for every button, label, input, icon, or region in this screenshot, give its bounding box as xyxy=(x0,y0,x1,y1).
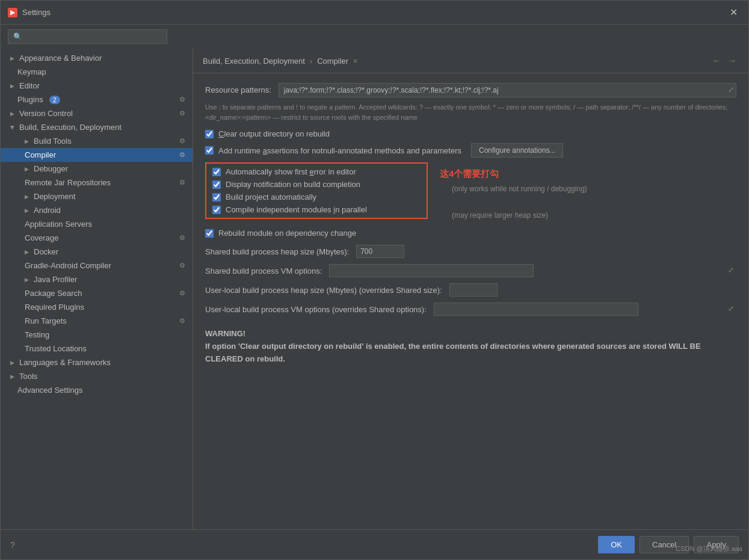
resource-patterns-input[interactable] xyxy=(279,83,736,97)
sidebar-label: Application Servers xyxy=(25,220,92,229)
sidebar-label: Appearance & Behavior xyxy=(19,54,102,63)
sidebar-item-docker[interactable]: ▶ Docker xyxy=(1,245,193,259)
triangle-icon: ▶ xyxy=(25,208,29,214)
sidebar-item-gradle-android[interactable]: Gradle-Android Compiler ⚙ xyxy=(1,259,193,272)
clear-output-checkbox[interactable] xyxy=(205,130,214,138)
sidebar-item-debugger[interactable]: ▶ Debugger xyxy=(1,162,193,176)
sidebar-item-deployment[interactable]: ▶ Deployment xyxy=(1,189,193,203)
sidebar-label: Android xyxy=(34,206,61,215)
user-vm-options-row: User-local build process VM options (ove… xyxy=(205,303,736,316)
expand-icon[interactable]: ⤢ xyxy=(728,85,734,94)
triangle-icon: ▶ xyxy=(10,83,14,89)
sidebar-item-run-targets[interactable]: Run Targets ⚙ xyxy=(1,314,193,328)
sidebar-item-compiler[interactable]: Compiler ⚙ xyxy=(1,148,193,162)
sidebar: ▶ Appearance & Behavior Keymap ▶ Editor … xyxy=(1,49,193,529)
vm-options-input[interactable] xyxy=(329,264,534,277)
sidebar-label: Package Search xyxy=(25,289,82,298)
triangle-icon: ▶ xyxy=(10,125,16,129)
expand-vm-icon[interactable]: ⤢ xyxy=(728,266,734,274)
resource-input-wrap: ⤢ xyxy=(279,83,736,97)
gear-icon: ⚙ xyxy=(179,96,185,103)
search-input[interactable] xyxy=(8,29,167,44)
sidebar-item-keymap[interactable]: Keymap xyxy=(1,65,193,79)
hint-text: Use ; to separate patterns and ! to nega… xyxy=(205,102,736,122)
add-runtime-checkbox[interactable] xyxy=(205,146,214,155)
gear-icon: ⚙ xyxy=(179,234,185,242)
gear-icon: ⚙ xyxy=(179,151,185,159)
sidebar-label: Coverage xyxy=(25,233,58,242)
sidebar-item-android[interactable]: ▶ Android xyxy=(1,203,193,217)
sidebar-label: Run Targets xyxy=(25,316,67,325)
chinese-annotation: 这4个需要打勾 xyxy=(440,168,587,180)
nav-forward-button[interactable]: → xyxy=(726,55,739,67)
sidebar-item-package-search[interactable]: Package Search ⚙ xyxy=(1,286,193,300)
heap-size-input[interactable] xyxy=(356,245,404,258)
sidebar-label: Languages & Frameworks xyxy=(19,358,111,367)
show-first-error-label: Automatically show first error in editor xyxy=(226,167,356,176)
checkbox-compile-parallel: Compile independent modules in parallel xyxy=(212,205,421,214)
sidebar-item-appearance[interactable]: ▶ Appearance & Behavior xyxy=(1,51,193,65)
sidebar-item-build-execution[interactable]: ▶ Build, Execution, Deployment xyxy=(1,120,193,134)
triangle-icon: ▶ xyxy=(10,111,14,117)
user-heap-size-row: User-local build process heap size (Mbyt… xyxy=(205,283,736,297)
warning-title: WARNING! xyxy=(205,329,245,338)
expand-user-vm-icon[interactable]: ⤢ xyxy=(728,304,734,313)
user-heap-size-input[interactable] xyxy=(449,283,498,297)
sidebar-item-application-servers[interactable]: Application Servers xyxy=(1,217,193,231)
compile-parallel-label: Compile independent modules in parallel xyxy=(226,205,367,214)
bottom-bar: ? OK Cancel Apply xyxy=(1,529,748,559)
triangle-icon: ▶ xyxy=(10,360,14,366)
sidebar-item-languages[interactable]: ▶ Languages & Frameworks xyxy=(1,355,193,369)
sidebar-label: Build, Execution, Deployment xyxy=(19,123,122,132)
breadcrumb-menu-icon[interactable]: ≡ xyxy=(353,57,357,64)
user-vm-options-input[interactable] xyxy=(434,303,638,316)
title-bar: ▶ Settings ✕ xyxy=(1,1,748,25)
help-button[interactable]: ? xyxy=(10,540,15,550)
compile-parallel-checkbox[interactable] xyxy=(212,206,221,214)
sidebar-label: Version Control xyxy=(19,109,73,118)
right-panel: Build, Execution, Deployment › Compiler … xyxy=(193,49,748,529)
sidebar-item-advanced-settings[interactable]: Advanced Settings xyxy=(1,383,193,397)
highlight-box: Automatically show first error in editor… xyxy=(205,162,428,219)
rebuild-module-checkbox[interactable] xyxy=(205,229,214,238)
close-button[interactable]: ✕ xyxy=(726,5,741,19)
sidebar-item-tools[interactable]: ▶ Tools xyxy=(1,369,193,383)
resource-patterns-label: Resource patterns: xyxy=(205,83,271,94)
sidebar-item-trusted-locations[interactable]: Trusted Locations xyxy=(1,342,193,355)
gear-icon: ⚙ xyxy=(179,179,185,186)
sidebar-item-testing[interactable]: Testing xyxy=(1,328,193,342)
sidebar-label: Deployment xyxy=(34,192,75,201)
nav-back-button[interactable]: ← xyxy=(710,55,723,67)
sidebar-label: Advanced Settings xyxy=(17,386,82,395)
sidebar-item-required-plugins[interactable]: Required Plugins xyxy=(1,300,193,314)
settings-dialog: ▶ Settings ✕ ▶ Appearance & Behavior Key… xyxy=(0,0,749,560)
sidebar-item-remote-jar[interactable]: Remote Jar Repositories ⚙ xyxy=(1,176,193,189)
checkbox-clear-output: Clear output directory on rebuild xyxy=(205,129,736,138)
gear-icon: ⚙ xyxy=(179,317,185,325)
gear-icon: ⚙ xyxy=(179,262,185,269)
breadcrumb-bar: Build, Execution, Deployment › Compiler … xyxy=(193,49,748,73)
sidebar-label: Java Profiler xyxy=(34,275,77,284)
resource-patterns-row: Resource patterns: ⤢ xyxy=(205,83,736,97)
heap-size-row: Shared build process heap size (Mbytes): xyxy=(205,245,736,258)
ok-button[interactable]: OK xyxy=(598,536,635,553)
sidebar-item-version-control[interactable]: ▶ Version Control ⚙ xyxy=(1,106,193,120)
app-icon: ▶ xyxy=(8,8,17,17)
show-first-error-checkbox[interactable] xyxy=(212,168,221,176)
sidebar-item-coverage[interactable]: Coverage ⚙ xyxy=(1,231,193,245)
checkbox-notification: Display notification on build completion xyxy=(212,180,421,189)
sidebar-label: Keymap xyxy=(17,67,46,76)
vm-options-row: Shared build process VM options: ⤢ xyxy=(205,264,736,277)
rebuild-module-label: Rebuild module on dependency change xyxy=(218,229,356,238)
build-auto-checkbox[interactable] xyxy=(212,193,221,202)
sidebar-label: Debugger xyxy=(34,164,68,173)
sidebar-item-plugins[interactable]: Plugins 2 ⚙ xyxy=(1,93,193,106)
sidebar-item-build-tools[interactable]: ▶ Build Tools ⚙ xyxy=(1,134,193,148)
sidebar-item-editor[interactable]: ▶ Editor xyxy=(1,79,193,93)
compile-parallel-note: (may require larger heap size) xyxy=(452,211,587,220)
configure-annotations-button[interactable]: Configure annotations... xyxy=(471,143,563,158)
display-notification-checkbox[interactable] xyxy=(212,180,221,189)
build-auto-label: Build project automatically xyxy=(226,192,316,202)
sidebar-item-java-profiler[interactable]: ▶ Java Profiler xyxy=(1,272,193,286)
sidebar-label: Remote Jar Repositories xyxy=(25,178,111,187)
